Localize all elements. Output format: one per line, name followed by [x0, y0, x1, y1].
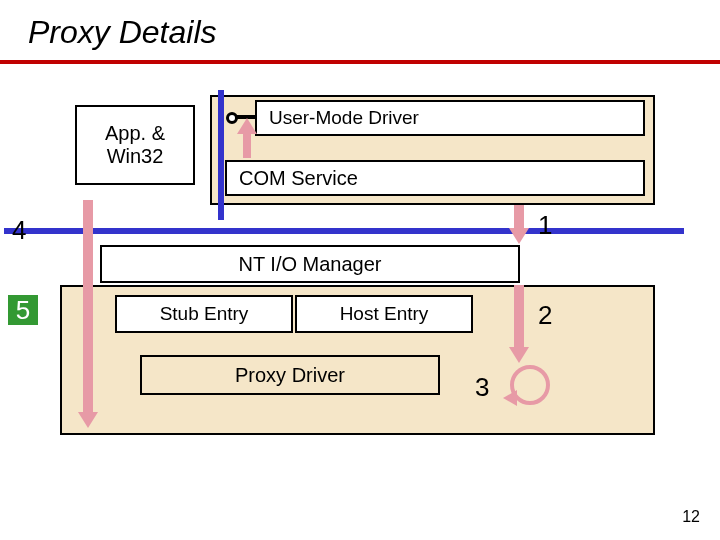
page-title: Proxy Details	[28, 14, 217, 51]
host-entry-box: Host Entry	[295, 295, 473, 333]
page-number: 12	[682, 508, 700, 526]
flow4-arrow-icon	[83, 200, 93, 415]
label-4: 4	[12, 215, 26, 246]
slide: Proxy Details App. & Win32 User-Mode Dri…	[0, 0, 720, 540]
user-mode-driver-box: User-Mode Driver	[255, 100, 645, 136]
upcall-arrow-icon	[243, 132, 251, 158]
label-1: 1	[538, 210, 552, 241]
flow2-arrowhead-icon	[509, 347, 529, 363]
diagram: App. & Win32 User-Mode Driver COM Servic…	[60, 90, 660, 440]
flow4-arrowhead-icon	[78, 412, 98, 428]
flow1-arrow-icon	[514, 205, 524, 230]
nt-io-manager-box: NT I/O Manager	[100, 245, 520, 283]
title-underline	[0, 60, 720, 64]
user-kernel-divider-icon	[4, 228, 684, 234]
flow1-arrowhead-icon	[509, 228, 529, 244]
label-2: 2	[538, 300, 552, 331]
app-win32-box: App. & Win32	[75, 105, 195, 185]
com-service-box: COM Service	[225, 160, 645, 196]
flow3-loop-arrowhead-icon	[503, 390, 517, 406]
label-5-text: 5	[16, 295, 30, 326]
flow2-arrow-icon	[514, 285, 524, 350]
stub-entry-box: Stub Entry	[115, 295, 293, 333]
upcall-arrowhead-icon	[237, 118, 257, 134]
label-3: 3	[475, 372, 489, 403]
vertical-divider-icon	[218, 90, 224, 220]
proxy-driver-box: Proxy Driver	[140, 355, 440, 395]
label-5: 5	[8, 295, 38, 325]
